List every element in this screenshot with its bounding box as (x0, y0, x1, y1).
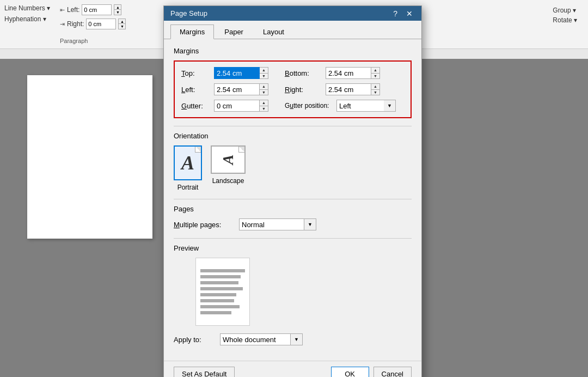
top-input-wrap: ▲ ▼ (214, 67, 274, 79)
gutter-underline: G (181, 102, 187, 110)
top-spin-up[interactable]: ▲ (260, 68, 268, 74)
left-right-row: Left: ▲ ▼ Right: (181, 83, 404, 95)
pages-divider (174, 199, 412, 199)
preview-line-4 (200, 287, 243, 290)
dialog-overlay: Page Setup ? ✕ Margins Paper Layout Marg… (0, 0, 588, 377)
dialog-help-button[interactable]: ? (391, 10, 400, 17)
tab-layout[interactable]: Layout (254, 25, 293, 39)
bottom-margin-input[interactable] (326, 67, 371, 79)
right-underline: R (285, 86, 290, 94)
preview-line-3 (200, 281, 238, 284)
top-margin-input[interactable] (214, 67, 260, 79)
preview-title: Preview (174, 244, 412, 252)
pages-title: Pages (174, 205, 412, 213)
apply-dropdown: ▼ (220, 333, 303, 345)
preview-line-5 (200, 293, 236, 296)
right-label-rest: ight: (290, 86, 303, 94)
bottom-spin-down[interactable]: ▼ (371, 74, 379, 79)
tab-paper[interactable]: Paper (215, 25, 253, 39)
dialog-content: Margins Top: ▲ ▼ (164, 39, 421, 361)
top-spin-buttons: ▲ ▼ (260, 67, 268, 79)
left-input-wrap: ▲ ▼ (214, 83, 274, 95)
multiple-pages-label: Multiple pages: (174, 221, 234, 229)
pages-row: Multiple pages: ▼ (174, 218, 412, 230)
gutter-pos-underline: u (290, 102, 293, 110)
left-spin-buttons: ▲ ▼ (260, 83, 268, 95)
ok-button[interactable]: OK (331, 367, 369, 377)
orientation-divider (174, 126, 412, 126)
left-label-rest: eft: (185, 86, 195, 94)
preview-line-7 (200, 305, 240, 308)
multiple-pages-underline: M (174, 221, 180, 229)
landscape-icon: A (211, 145, 246, 174)
left-margin-input-field[interactable] (214, 83, 260, 95)
top-bottom-row: Top: ▲ ▼ Bottom: (181, 67, 404, 79)
dialog-tabs: Margins Paper Layout (164, 21, 421, 39)
orientation-options: A Portrait A Landscape (174, 145, 412, 191)
gutter-position-input[interactable] (336, 100, 384, 112)
pages-dropdown-arrow[interactable]: ▼ (304, 218, 316, 230)
dialog-buttons: Set As Default OK Cancel (164, 361, 421, 377)
gutter-margin-input[interactable] (214, 100, 260, 112)
gutter-spin-buttons: ▲ ▼ (260, 100, 268, 112)
pages-dropdown: ▼ (239, 218, 316, 230)
apply-dropdown-arrow[interactable]: ▼ (291, 333, 303, 345)
right-spin-buttons: ▲ ▼ (371, 83, 380, 95)
preview-line-1 (200, 269, 245, 272)
bottom-spin-up[interactable]: ▲ (371, 68, 379, 74)
preview-box (195, 258, 250, 326)
bottom-underline: B (285, 69, 290, 77)
preview-line-2 (200, 275, 241, 278)
orientation-section: Orientation A Portrait A Landsca (174, 132, 412, 191)
landscape-option[interactable]: A Landscape (211, 145, 246, 191)
landscape-letter: A (219, 155, 237, 165)
right-input-wrap: ▲ ▼ (326, 83, 385, 95)
gutter-spin-down[interactable]: ▼ (260, 106, 268, 112)
margins-section-title: Margins (174, 47, 412, 55)
default-underline: D (204, 370, 209, 377)
portrait-option[interactable]: A Portrait (174, 145, 202, 191)
dialog-title: Page Setup (170, 9, 207, 17)
gutter-position-label: Gutter position: (285, 102, 336, 110)
portrait-letter: A (181, 151, 194, 174)
set-as-default-button[interactable]: Set As Default (174, 367, 235, 377)
preview-line-6 (200, 299, 234, 302)
gutter-label: Gutter: (181, 102, 214, 110)
preview-divider (174, 238, 412, 239)
right-spin-up[interactable]: ▲ (371, 84, 379, 90)
dialog-titlebar: Page Setup ? ✕ (164, 6, 421, 21)
apply-dropdown-input[interactable] (220, 333, 291, 345)
right-margin-label: Right: (285, 86, 326, 94)
left-spin-down[interactable]: ▼ (260, 90, 268, 95)
tab-margins[interactable]: Margins (170, 25, 214, 39)
portrait-label: Portrait (177, 184, 199, 191)
bottom-spin-buttons: ▲ ▼ (371, 67, 380, 79)
pages-section: Pages Multiple pages: ▼ (174, 205, 412, 230)
gutter-spin-up[interactable]: ▲ (260, 100, 268, 106)
preview-section: Preview (174, 244, 412, 326)
dialog-close-button[interactable]: ✕ (404, 10, 415, 17)
bottom-label-rest: ottom: (290, 69, 309, 77)
top-label: Top: (181, 69, 214, 77)
right-margin-input-field[interactable] (326, 83, 371, 95)
margins-grid: Top: ▲ ▼ Bottom: (174, 60, 412, 118)
left-spin-up[interactable]: ▲ (260, 84, 268, 90)
left-margin-label: Left: (181, 86, 214, 94)
gutter-input-wrap: ▲ ▼ (214, 100, 274, 112)
apply-row: Apply to: ▼ (174, 333, 412, 345)
apply-label: Apply to: (174, 336, 215, 344)
gutter-position-arrow[interactable]: ▼ (384, 100, 396, 112)
cancel-button[interactable]: Cancel (373, 367, 412, 377)
top-spin-down[interactable]: ▼ (260, 74, 268, 79)
top-label-rest: op: (185, 69, 195, 77)
orientation-title: Orientation (174, 132, 412, 140)
preview-line-8 (200, 311, 231, 314)
gutter-label-rest: utter: (187, 102, 203, 110)
page-setup-dialog: Page Setup ? ✕ Margins Paper Layout Marg… (163, 5, 422, 377)
right-spin-down[interactable]: ▼ (371, 90, 379, 95)
landscape-label: Landscape (212, 177, 244, 185)
pages-dropdown-input[interactable] (239, 218, 304, 230)
gutter-position-dropdown: ▼ (336, 100, 396, 112)
portrait-icon: A (174, 145, 202, 180)
gutter-row: Gutter: ▲ ▼ Gutter position: (181, 100, 404, 112)
